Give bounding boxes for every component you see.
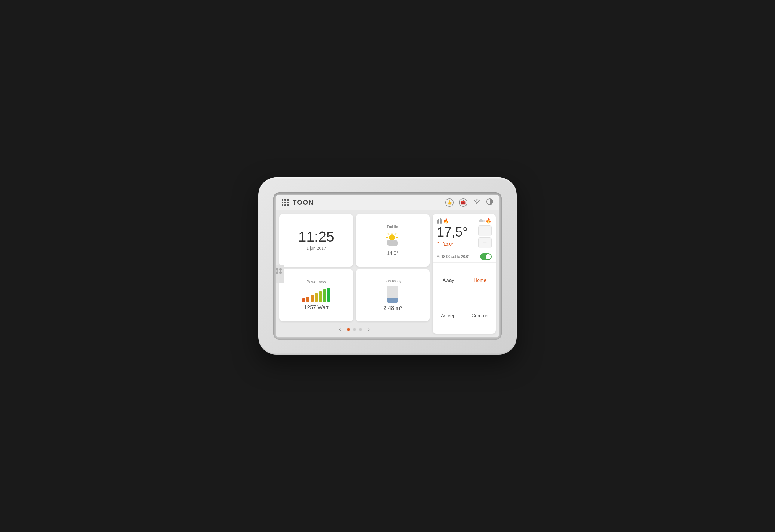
- bottom-tiles-row: Power now 1257 Watt: [279, 269, 430, 322]
- left-tab-arrow: ↓: [277, 275, 279, 280]
- main-content: ↓ 11:25 1 jun 2017 Dublin: [276, 210, 499, 337]
- water-icon-group: 🔥: [478, 218, 492, 224]
- power-bar-1: [302, 298, 305, 302]
- mode-home-button[interactable]: Home: [465, 263, 496, 298]
- power-label: Power now: [307, 280, 326, 284]
- grid-icon[interactable]: [282, 199, 289, 206]
- app-logo: TOON: [292, 199, 314, 206]
- gas-container: [387, 286, 398, 303]
- schedule-toggle[interactable]: [480, 253, 492, 260]
- thermo-icons-row: 🔥 🔥: [437, 218, 492, 224]
- briefcase-icon[interactable]: 🧰: [459, 198, 468, 207]
- mode-comfort-button[interactable]: Comfort: [465, 298, 496, 334]
- clock-date: 1 jun 2017: [306, 246, 326, 251]
- clock-time: 11:25: [298, 230, 334, 244]
- schedule-text: At 18:00 set to 20,0°: [437, 255, 470, 259]
- prev-arrow[interactable]: ‹: [336, 326, 344, 332]
- pag-dot-2[interactable]: [353, 328, 356, 331]
- power-bar-6: [323, 289, 326, 302]
- power-bar-2: [306, 297, 309, 302]
- power-bar-4: [315, 293, 318, 302]
- current-temp: 17,5°: [437, 225, 468, 239]
- mode-away-button[interactable]: Away: [433, 263, 464, 298]
- hot-water-flame: 🔥: [486, 218, 492, 224]
- header-icons: 👍 🧰: [445, 198, 493, 207]
- pag-dot-3[interactable]: [359, 328, 362, 331]
- temp-plus-button[interactable]: +: [478, 225, 492, 236]
- weather-city: Dublin: [387, 225, 398, 229]
- setpoint-value: 18,0°: [442, 242, 445, 243]
- schedule-row: At 18:00 set to 20,0°: [433, 251, 496, 263]
- gas-tile[interactable]: Gas today 2,48 m³: [355, 269, 430, 322]
- mode-asleep-button[interactable]: Asleep: [433, 298, 464, 334]
- thermo-body: 17,5° 18,0° + −: [437, 225, 492, 248]
- thermostat-panel: 🔥 🔥: [433, 214, 496, 334]
- top-tiles-row: 11:25 1 jun 2017 Dublin: [279, 214, 430, 267]
- svg-rect-14: [481, 219, 482, 220]
- thumbs-up-icon[interactable]: 👍: [445, 198, 454, 207]
- temp-minus-button[interactable]: −: [478, 237, 492, 248]
- heat-bar-4: [441, 219, 442, 224]
- pag-dot-1[interactable]: [347, 328, 350, 331]
- heat-bar-1: [437, 220, 438, 224]
- gas-fill: [387, 298, 398, 303]
- power-tile[interactable]: Power now 1257 Watt: [279, 269, 353, 322]
- power-bar-3: [310, 295, 313, 302]
- svg-point-2: [389, 234, 395, 240]
- screen-bezel: TOON 👍 🧰: [273, 192, 502, 340]
- heat-bars: [437, 218, 442, 224]
- svg-line-7: [388, 234, 389, 234]
- weather-tile[interactable]: Dublin: [355, 214, 430, 267]
- svg-point-13: [392, 240, 398, 246]
- tiles-area: 11:25 1 jun 2017 Dublin: [279, 214, 430, 334]
- left-tab-dots: [276, 268, 282, 274]
- plus-minus-controls: + −: [478, 225, 492, 248]
- pagination: ‹ ›: [279, 324, 430, 334]
- power-bar-5: [319, 291, 322, 302]
- temp-display: 17,5° 18,0°: [437, 225, 468, 245]
- header-left: TOON: [282, 199, 314, 206]
- left-tab[interactable]: ↓: [276, 265, 284, 283]
- clock-tile[interactable]: 11:25 1 jun 2017: [279, 214, 353, 267]
- gas-label: Gas today: [383, 279, 401, 283]
- wifi-icon[interactable]: [473, 199, 481, 206]
- next-arrow[interactable]: ›: [365, 326, 373, 332]
- mode-buttons: Away Home Asleep Comfort: [433, 263, 496, 334]
- heat-bar-2: [438, 219, 439, 224]
- heating-icon: 🔥: [437, 218, 449, 224]
- device: TOON 👍 🧰: [258, 177, 517, 355]
- weather-icon: [383, 232, 402, 249]
- header: TOON 👍 🧰: [276, 195, 499, 210]
- screen: TOON 👍 🧰: [276, 195, 499, 337]
- flame-icon: 🔥: [443, 218, 449, 224]
- power-value: 1257 Watt: [304, 304, 328, 311]
- setpoint-arrow: [437, 242, 440, 243]
- svg-line-9: [395, 234, 396, 234]
- power-bar-7: [327, 288, 330, 302]
- power-bars: [302, 287, 330, 302]
- weather-temp: 14,0°: [387, 251, 398, 256]
- svg-point-0: [476, 203, 478, 204]
- setpoint-temp: 18,0°: [437, 240, 468, 245]
- gas-value: 2,48 m³: [383, 305, 402, 311]
- water-tap-icon: [478, 218, 485, 223]
- heat-bar-3: [440, 218, 441, 224]
- thermostat-top: 🔥 🔥: [433, 214, 496, 251]
- contrast-icon[interactable]: [486, 198, 493, 207]
